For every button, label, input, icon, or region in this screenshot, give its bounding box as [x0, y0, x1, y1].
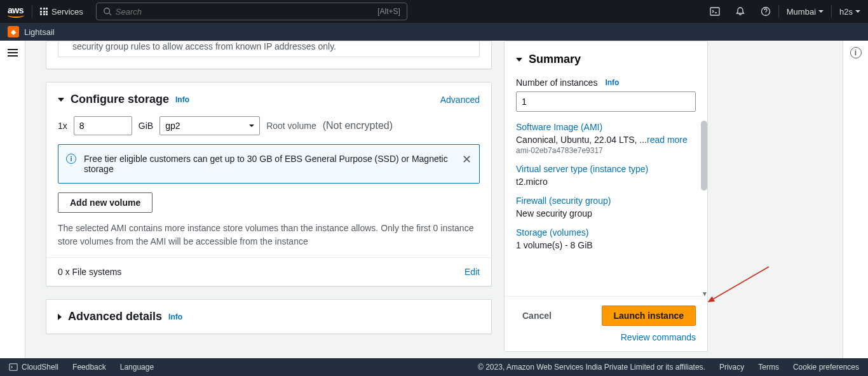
- ami-note: The selected AMI contains more instance …: [46, 222, 491, 257]
- help-icon[interactable]: [753, 0, 778, 23]
- svg-rect-5: [10, 364, 17, 371]
- advanced-link[interactable]: Advanced: [440, 95, 480, 105]
- firewall-link[interactable]: Firewall (security group): [516, 196, 696, 206]
- aws-logo[interactable]: aws: [0, 5, 32, 18]
- caret-down-icon: [249, 124, 254, 127]
- summary-panel: Summary Number of instances Info Softwar…: [504, 41, 708, 352]
- close-icon[interactable]: ✕: [462, 152, 471, 166]
- ami-text: Canonical, Ubuntu, 22.04 LTS, ...: [516, 135, 647, 145]
- free-tier-text: Free tier eligible customers can get up …: [84, 154, 448, 174]
- firewall-value: New security group: [516, 208, 696, 218]
- lightsail-link[interactable]: Lightsail: [24, 27, 55, 37]
- terms-link[interactable]: Terms: [758, 363, 779, 372]
- main-content: security group rules to allow access fro…: [25, 41, 843, 358]
- cloudshell-link[interactable]: CloudShell: [9, 363, 58, 372]
- ami-link[interactable]: Software Image (AMI): [516, 122, 696, 132]
- multiplier-label: 1x: [58, 121, 67, 131]
- edit-filesystems-link[interactable]: Edit: [465, 267, 480, 277]
- disclosure-icon[interactable]: [58, 98, 64, 102]
- num-instances-input[interactable]: [516, 91, 696, 112]
- encrypted-label: (Not encrypted): [323, 120, 393, 131]
- services-button[interactable]: Services: [32, 7, 91, 17]
- scrollbar-thumb[interactable]: [701, 121, 707, 191]
- left-rail: [0, 41, 25, 358]
- free-tier-alert: i Free tier eligible customers can get u…: [58, 144, 480, 184]
- caret-down-icon: [818, 10, 824, 13]
- search-icon: [103, 7, 112, 16]
- disclosure-icon[interactable]: [516, 58, 522, 62]
- read-more-link[interactable]: read more: [647, 135, 688, 145]
- language-link[interactable]: Language: [120, 363, 154, 372]
- summary-title: Summary: [529, 53, 581, 66]
- cloudshell-icon[interactable]: [702, 0, 728, 23]
- security-panel-truncated: security group rules to allow access fro…: [46, 41, 492, 69]
- filesystems-label: 0 x File systems: [58, 267, 121, 277]
- storage-size-input[interactable]: [74, 116, 132, 135]
- storage-value: 1 volume(s) - 8 GiB: [516, 240, 696, 250]
- grid-icon: [40, 8, 48, 15]
- scroll-down-icon[interactable]: ▼: [702, 290, 707, 296]
- svg-rect-2: [710, 8, 719, 15]
- storage-link[interactable]: Storage (volumes): [516, 227, 696, 238]
- services-label: Services: [51, 7, 83, 17]
- review-commands-link[interactable]: Review commands: [621, 332, 696, 342]
- sub-nav: ◆ Lightsail: [0, 23, 868, 41]
- privacy-link[interactable]: Privacy: [719, 363, 744, 372]
- configure-storage-title: Configure storage: [71, 93, 169, 106]
- configure-storage-panel: Configure storage Info Advanced 1x GiB g…: [46, 82, 492, 286]
- svg-line-1: [109, 13, 111, 16]
- num-instances-label: Number of instances: [516, 77, 597, 88]
- info-icon: i: [66, 154, 76, 164]
- root-volume-label: Root volume: [266, 121, 316, 131]
- top-nav: aws Services [Alt+S] Mumbai h2s: [0, 0, 868, 23]
- search-bar[interactable]: [Alt+S]: [96, 3, 407, 20]
- unit-label: GiB: [139, 121, 153, 131]
- right-rail: i: [843, 41, 868, 358]
- search-input[interactable]: [116, 7, 377, 17]
- svg-point-0: [104, 8, 110, 14]
- volume-type-select[interactable]: gp2: [159, 116, 260, 135]
- instance-type-link[interactable]: Virtual server type (instance type): [516, 164, 696, 174]
- workspace: security group rules to allow access fro…: [0, 41, 868, 358]
- info-link[interactable]: Info: [175, 95, 189, 104]
- copyright: © 2023, Amazon Web Services India Privat…: [478, 363, 705, 372]
- region-selector[interactable]: Mumbai: [779, 0, 831, 23]
- search-shortcut: [Alt+S]: [377, 7, 400, 16]
- advanced-details-panel: Advanced details Info: [46, 299, 492, 334]
- launch-instance-button[interactable]: Launch instance: [602, 306, 696, 326]
- info-icon[interactable]: i: [850, 47, 862, 58]
- disclosure-icon[interactable]: [58, 314, 62, 320]
- security-note-text: security group rules to allow access fro…: [58, 41, 479, 53]
- info-link[interactable]: Info: [605, 78, 619, 87]
- account-selector[interactable]: h2s: [832, 0, 868, 23]
- info-link[interactable]: Info: [168, 312, 182, 321]
- instance-type-value: t2.micro: [516, 177, 696, 187]
- feedback-link[interactable]: Feedback: [72, 363, 106, 372]
- add-volume-button[interactable]: Add new volume: [58, 192, 153, 213]
- cancel-button[interactable]: Cancel: [522, 311, 552, 321]
- advanced-details-title: Advanced details: [68, 310, 162, 323]
- lightsail-icon: ◆: [8, 26, 19, 37]
- ami-id: ami-02eb7a4783e7e9317: [516, 146, 696, 155]
- caret-down-icon: [855, 10, 860, 13]
- footer: CloudShell Feedback Language © 2023, Ama…: [0, 358, 868, 376]
- notifications-icon[interactable]: [728, 0, 753, 23]
- hamburger-icon[interactable]: [8, 47, 18, 58]
- cookies-link[interactable]: Cookie preferences: [793, 363, 859, 372]
